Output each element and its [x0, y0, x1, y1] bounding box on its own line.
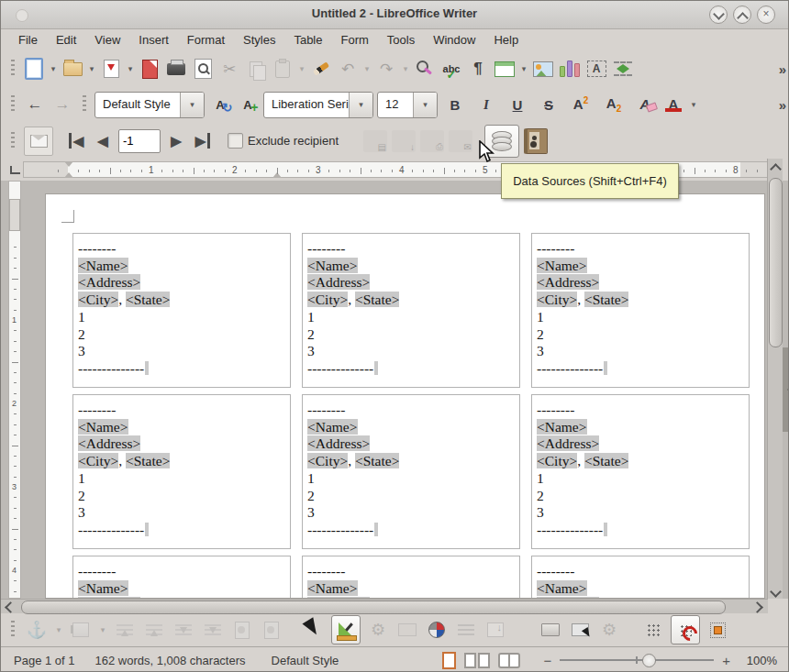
- address-field[interactable]: <Address>: [537, 435, 599, 451]
- next-record-button[interactable]: ▶: [165, 133, 187, 149]
- open-button[interactable]: [61, 57, 84, 81]
- font-size-dropdown[interactable]: ▾: [413, 93, 437, 117]
- document-page[interactable]: -------- <Name> <Address> <City>, <State…: [45, 193, 765, 599]
- address-field[interactable]: <Address>: [307, 274, 370, 290]
- next-record-field[interactable]: [604, 361, 607, 375]
- name-field[interactable]: <Name>: [307, 419, 358, 435]
- next-record-field[interactable]: [374, 361, 378, 375]
- address-field[interactable]: <Address>: [307, 435, 370, 451]
- menu-format[interactable]: Format: [179, 30, 233, 50]
- insert-page-break-button[interactable]: [611, 57, 635, 81]
- multi-page-view-button[interactable]: [464, 653, 490, 668]
- first-record-button[interactable]: ◀: [65, 133, 87, 149]
- print-preview-button[interactable]: [191, 57, 215, 81]
- state-field[interactable]: <State>: [126, 453, 170, 468]
- gallery-button[interactable]: [539, 618, 562, 642]
- menu-table[interactable]: Table: [285, 30, 330, 50]
- book-view-button[interactable]: [498, 653, 520, 668]
- exclude-recipient-checkbox[interactable]: [228, 133, 243, 149]
- subscript-button[interactable]: A2: [599, 95, 628, 114]
- insert-table-dropdown[interactable]: ▾: [519, 64, 528, 73]
- update-style-button[interactable]: A: [208, 93, 232, 116]
- toolbar-grip[interactable]: [11, 95, 15, 114]
- select-button[interactable]: [302, 618, 326, 642]
- single-page-view-button[interactable]: [442, 652, 456, 669]
- maximize-button[interactable]: [733, 6, 751, 24]
- city-field[interactable]: <City>: [78, 292, 118, 307]
- formatting-marks-button[interactable]: ¶: [466, 57, 490, 81]
- label-cell[interactable]: -------- <Name> <Address> <City>, <State…: [302, 233, 520, 388]
- sidebar-toggle-handle[interactable]: [783, 347, 789, 432]
- menu-insert[interactable]: Insert: [130, 30, 177, 50]
- horizontal-scrollbar[interactable]: [1, 599, 768, 613]
- previous-record-button[interactable]: ◀: [92, 133, 114, 149]
- name-field[interactable]: <Name>: [78, 580, 128, 596]
- select-window-button[interactable]: [568, 618, 592, 642]
- menu-file[interactable]: File: [10, 30, 46, 50]
- new-document-button[interactable]: [22, 57, 46, 81]
- label-cell[interactable]: -------- <Name> <Address> <City>, <State…: [302, 556, 520, 599]
- menu-window[interactable]: Window: [425, 30, 483, 50]
- scroll-left-icon[interactable]: [5, 601, 17, 613]
- state-field[interactable]: <State>: [126, 292, 170, 307]
- font-size-combo[interactable]: 12 ▾: [377, 92, 438, 118]
- vertical-scrollbar[interactable]: [767, 159, 783, 599]
- record-number-input[interactable]: [118, 129, 161, 153]
- label-cell[interactable]: -------- <Name> <Address> <City>, <State…: [531, 394, 750, 549]
- address-field[interactable]: <Address>: [537, 274, 599, 290]
- zoom-in-button[interactable]: +: [722, 653, 730, 668]
- clone-formatting-button[interactable]: [309, 57, 333, 81]
- insert-chart-button[interactable]: [558, 57, 582, 81]
- toolbar-grip[interactable]: [11, 60, 15, 78]
- scroll-right-icon[interactable]: [751, 601, 763, 613]
- font-name-dropdown[interactable]: ▾: [349, 93, 372, 117]
- minimize-button[interactable]: [709, 6, 728, 24]
- label-cell[interactable]: -------- <Name> <Address> <City>, <State…: [72, 233, 291, 388]
- city-field[interactable]: <City>: [537, 453, 577, 468]
- word-count-status[interactable]: 162 words, 1,008 characters: [95, 654, 246, 667]
- insert-image-button[interactable]: [531, 57, 555, 81]
- display-grid-button[interactable]: [641, 618, 665, 642]
- bold-button[interactable]: B: [441, 97, 469, 113]
- state-field[interactable]: <State>: [355, 453, 399, 468]
- insert-table-button[interactable]: [493, 57, 517, 81]
- city-field[interactable]: <City>: [78, 453, 118, 468]
- export-pdf-button[interactable]: [138, 57, 161, 81]
- page-style-status[interactable]: Default Style: [272, 654, 339, 667]
- toolbar-overflow-button[interactable]: »: [779, 61, 786, 77]
- city-field[interactable]: <City>: [307, 453, 348, 468]
- save-dropdown[interactable]: ▾: [126, 64, 135, 73]
- paragraph-style-combo[interactable]: Default Style ▾: [94, 92, 205, 118]
- left-indent-marker[interactable]: [64, 168, 73, 178]
- font-color-button[interactable]: A: [661, 96, 685, 113]
- label-cell[interactable]: -------- <Name> <Address> <City>, <State…: [72, 556, 291, 599]
- underline-button[interactable]: U: [504, 97, 531, 113]
- menu-styles[interactable]: Styles: [235, 30, 283, 50]
- toolbar-grip[interactable]: [11, 621, 15, 639]
- helplines-while-moving-button[interactable]: [706, 618, 729, 642]
- vertical-ruler[interactable]: 1234: [8, 181, 21, 599]
- open-dropdown[interactable]: ▾: [87, 64, 96, 73]
- name-field[interactable]: <Name>: [537, 580, 587, 596]
- state-field[interactable]: <State>: [584, 453, 628, 468]
- close-button[interactable]: ×: [757, 6, 775, 24]
- zoom-slider-handle[interactable]: [642, 654, 656, 667]
- menu-help[interactable]: Help: [485, 30, 527, 50]
- strikethrough-button[interactable]: S: [535, 97, 562, 113]
- page-count-status[interactable]: Page 1 of 1: [14, 654, 75, 667]
- superscript-button[interactable]: A2: [566, 95, 595, 113]
- title-bar[interactable]: Untitled 2 - LibreOffice Writer ×: [1, 1, 788, 29]
- menu-form[interactable]: Form: [332, 30, 376, 50]
- city-field[interactable]: <City>: [537, 292, 577, 307]
- insert-text-box-button[interactable]: A: [584, 57, 608, 81]
- name-field[interactable]: <Name>: [307, 580, 358, 596]
- design-mode-button[interactable]: [425, 618, 449, 642]
- font-color-dropdown[interactable]: ▾: [689, 100, 698, 109]
- zoom-slider[interactable]: [560, 659, 714, 661]
- spelling-button[interactable]: abc: [439, 57, 463, 81]
- horizontal-scrollbar-thumb[interactable]: [21, 600, 726, 614]
- label-cell[interactable]: -------- <Name> <Address> <City>, <State…: [72, 394, 291, 549]
- menu-edit[interactable]: Edit: [48, 30, 84, 50]
- address-book-button[interactable]: [524, 129, 548, 153]
- save-button[interactable]: [99, 57, 123, 81]
